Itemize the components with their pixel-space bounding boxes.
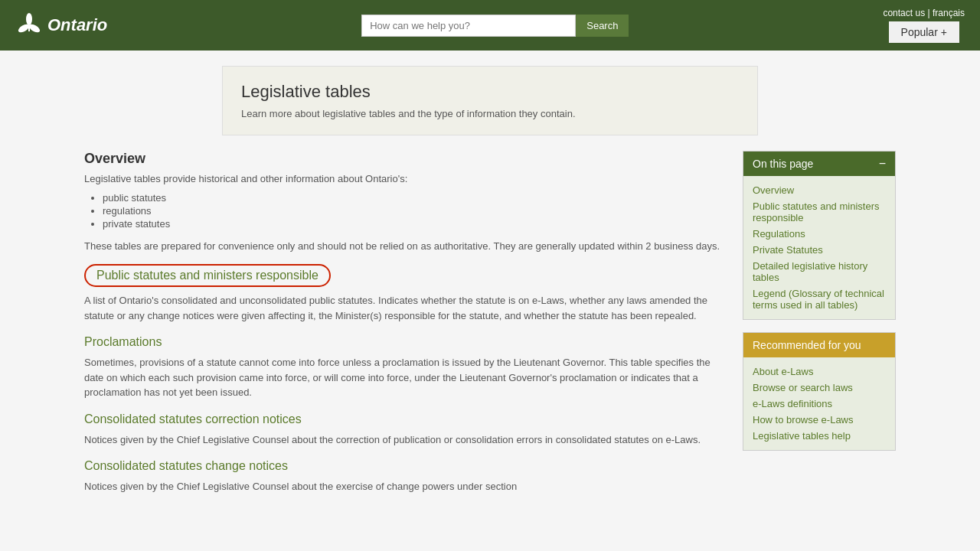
left-content: Overview Legislative tables provide hist… [84, 151, 727, 507]
section-proclamations: Proclamations Sometimes, provisions of a… [84, 335, 727, 400]
consolidated-correction-desc: Notices given by the Chief Legislative C… [84, 432, 727, 448]
svg-point-0 [26, 13, 32, 25]
francais-link[interactable]: français [933, 8, 965, 18]
on-this-page-link-public-statutes[interactable]: Public statutes and ministers responsibl… [753, 198, 886, 226]
ontario-logo-text: Ontario [47, 15, 107, 35]
section-consolidated-correction: Consolidated statutes correction notices… [84, 412, 727, 448]
overview-note: These tables are prepared for convenienc… [84, 240, 727, 252]
recommended-links: About e-Laws Browse or search laws e-Law… [743, 357, 895, 450]
on-this-page-link-detailed-history[interactable]: Detailed legislative history tables [753, 258, 886, 285]
search-input[interactable] [361, 15, 576, 37]
bullet-regulations: regulations [103, 205, 727, 217]
section-consolidated-change: Consolidated statutes change notices Not… [84, 459, 727, 494]
header-links: contact us | français Popular + [883, 8, 965, 43]
recommended-link-about-elaws[interactable]: About e-Laws [753, 364, 886, 380]
svg-rect-3 [28, 25, 30, 31]
recommended-link-tables-help[interactable]: Legislative tables help [753, 428, 886, 444]
overview-description: Legislative tables provide historical an… [84, 173, 727, 184]
page-banner: Legislative tables Learn more about legi… [222, 66, 758, 135]
on-this-page-link-legend[interactable]: Legend (Glossary of technical terms used… [753, 285, 886, 313]
bullet-private-statutes: private statutes [103, 218, 727, 230]
recommended-link-how-browse[interactable]: How to browse e-Laws [753, 412, 886, 428]
consolidated-change-heading: Consolidated statutes change notices [84, 459, 727, 473]
on-this-page-link-private-statutes[interactable]: Private Statutes [753, 242, 886, 258]
recommended-link-browse-search[interactable]: Browse or search laws [753, 380, 886, 396]
on-this-page-link-regulations[interactable]: Regulations [753, 226, 886, 242]
on-this-page-header: On this page − [743, 152, 895, 176]
ontario-logo: Ontario [15, 11, 107, 39]
banner-title: Legislative tables [241, 82, 739, 102]
banner-description: Learn more about legislative tables and … [241, 108, 739, 119]
popular-button[interactable]: Popular + [889, 21, 959, 43]
overview-bullet-list: public statutes regulations private stat… [84, 192, 727, 230]
search-area: Search [361, 15, 629, 37]
section-public-statutes: Public statutes and ministers responsibl… [84, 264, 727, 323]
main-content: Overview Legislative tables provide hist… [69, 151, 911, 522]
trillium-icon [15, 11, 43, 39]
proclamations-desc: Sometimes, provisions of a statute canno… [84, 355, 727, 400]
overview-heading: Overview [84, 151, 727, 167]
contact-us-link[interactable]: contact us [883, 8, 925, 18]
site-header: Ontario Search contact us | français Pop… [0, 0, 980, 51]
public-statutes-desc: A list of Ontario's consolidated and unc… [84, 293, 727, 323]
search-button[interactable]: Search [576, 15, 629, 37]
on-this-page-collapse-button[interactable]: − [879, 158, 886, 170]
on-this-page-title: On this page [753, 158, 813, 170]
separator: | [927, 8, 929, 18]
proclamations-heading: Proclamations [84, 335, 727, 349]
public-statutes-heading: Public statutes and ministers responsibl… [84, 264, 331, 287]
recommended-header: Recommended for you [743, 333, 895, 357]
consolidated-correction-heading: Consolidated statutes correction notices [84, 412, 727, 426]
recommended-box: Recommended for you About e-Laws Browse … [743, 332, 896, 451]
contact-lang: contact us | français [883, 8, 965, 18]
recommended-link-definitions[interactable]: e-Laws definitions [753, 396, 886, 412]
right-sidebar: On this page − Overview Public statutes … [743, 151, 896, 507]
bullet-public-statutes: public statutes [103, 192, 727, 204]
recommended-title: Recommended for you [753, 339, 861, 351]
consolidated-change-desc: Notices given by the Chief Legislative C… [84, 479, 727, 494]
on-this-page-link-overview[interactable]: Overview [753, 182, 886, 198]
on-this-page-box: On this page − Overview Public statutes … [743, 151, 896, 320]
on-this-page-links: Overview Public statutes and ministers r… [743, 176, 895, 319]
